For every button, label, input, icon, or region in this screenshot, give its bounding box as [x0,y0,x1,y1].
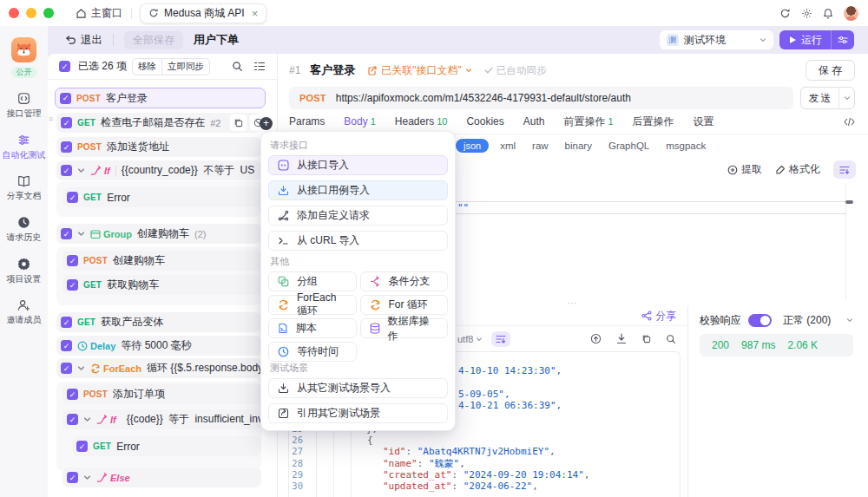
export-icon[interactable] [590,333,602,344]
run-options-button[interactable] [832,35,854,45]
test-step[interactable]: ✓ForEach循环 {{$.5.response.body.variants[… [56,358,261,378]
apifox-logo[interactable] [11,37,36,62]
step-checkbox[interactable]: ✓ [61,141,72,153]
save-button[interactable]: 保存 [806,60,855,81]
step-checkbox[interactable]: ✓ [61,363,72,374]
sidebar-item-request-history[interactable]: 请求历史 [3,216,46,244]
menu-item[interactable]: 等待时间 [268,342,357,362]
body-type-raw[interactable]: raw [532,141,549,151]
save-all-button[interactable]: 全部保存 [124,31,183,49]
test-step[interactable]: ✓GET检查电子邮箱是否存在#2 [56,113,261,133]
code-view-icon[interactable] [844,117,855,127]
select-all-checkbox[interactable]: ✓ [59,61,70,72]
minimize-window-button[interactable] [26,8,36,18]
chevron-down-icon[interactable] [846,317,853,324]
menu-item[interactable]: 分组 [268,271,357,291]
sidebar-item-share-docs[interactable]: 分享文档 [3,175,46,202]
menu-item[interactable]: 数据库操作 [360,318,449,338]
sync-icon[interactable] [779,8,791,19]
chevron-down-icon[interactable] [77,230,85,238]
notifications-icon[interactable] [823,8,833,19]
menu-item[interactable]: For 循环 [360,295,449,315]
step-checkbox[interactable]: ✓ [61,228,72,239]
chevron-down-icon[interactable] [77,364,85,372]
environment-select[interactable]: 测 测试环境 [660,30,773,49]
zoom-window-button[interactable] [43,8,54,18]
step-checkbox[interactable]: ✓ [67,255,78,266]
test-step[interactable]: ✓POST创建购物车 [62,251,261,271]
close-tab-icon[interactable]: × [252,8,259,19]
test-step[interactable]: ✓POST客户登录 [55,88,266,108]
test-step[interactable]: ✓Group创建购物车(2) [56,224,261,244]
download-icon[interactable] [616,333,627,344]
menu-item[interactable]: 从其它测试场景导入 [268,378,448,398]
test-step[interactable]: ✓POST添加订单项 [62,384,261,404]
body-type-GraphQL[interactable]: GraphQL [608,141,649,151]
step-checkbox[interactable]: ✓ [67,414,78,425]
menu-item[interactable]: 条件分支 [360,271,449,291]
tab-前置操作[interactable]: 前置操作1 [563,109,613,134]
test-step[interactable]: ✓GET获取产品变体 [56,312,261,332]
settings-icon[interactable] [801,8,812,19]
avatar[interactable] [844,6,858,21]
tab-后置操作[interactable]: 后置操作 [633,109,674,134]
test-step[interactable]: ✓If{{code}} 等于 insufficient_invento [62,409,261,429]
search-icon[interactable] [232,61,243,72]
tab-Headers[interactable]: Headers10 [395,109,448,134]
step-checkbox[interactable]: ✓ [61,317,72,328]
linked-doc-link[interactable]: 已关联"接口文档" [367,63,472,78]
step-checkbox[interactable]: ✓ [61,117,72,128]
sync-now-button[interactable]: 立即同步 [162,61,209,73]
chevron-down-icon[interactable] [77,167,85,174]
sidebar-item-project-settings[interactable]: 项目设置 [3,258,46,285]
close-window-button[interactable] [9,8,19,18]
response-format-button[interactable] [491,331,510,347]
editor-scrollbar-thumb[interactable] [845,200,853,204]
chevron-down-icon[interactable] [83,415,91,423]
send-options-icon[interactable] [839,88,854,108]
share-button[interactable]: 分享 [641,309,676,324]
run-button[interactable]: 运行 [779,30,854,49]
project-tab[interactable]: Medusa 商城 API × [140,3,266,23]
tab-Cookies[interactable]: Cookies [466,109,503,134]
sidebar-item-api-management[interactable]: 接口管理 [3,92,46,120]
test-step[interactable]: ✓POST添加送货地址 [56,137,261,157]
main-window-tab[interactable]: 主窗口 [76,6,122,21]
step-checkbox[interactable]: ✓ [67,279,78,291]
url-input[interactable]: POST https://apifoxmock.com/m1/4532246-4… [289,87,793,109]
body-type-xml[interactable]: xml [500,141,516,151]
body-type-binary[interactable]: binary [565,141,592,151]
tab-Auth[interactable]: Auth [523,109,545,134]
step-checkbox[interactable]: ✓ [67,389,78,400]
sidebar-item-invite-members[interactable]: 邀请成员 [3,299,46,326]
step-checkbox[interactable]: ✓ [76,441,88,452]
duplicate-step-icon[interactable] [230,114,247,131]
extract-button[interactable]: 提取 [727,162,762,177]
tab-设置[interactable]: 设置 [694,109,714,134]
menu-item[interactable]: 从 cURL 导入 [268,231,448,251]
menu-item[interactable]: 引用其它测试场景 [268,403,448,423]
search-response-icon[interactable] [666,333,676,344]
body-type-msgpack[interactable]: msgpack [666,141,706,151]
encoding-select[interactable]: utf8 [457,334,483,344]
chevron-down-icon[interactable] [83,474,91,481]
format-options-button[interactable] [833,160,856,179]
copy-icon[interactable] [641,333,651,344]
tab-Body[interactable]: Body1 [344,109,375,134]
format-button[interactable]: 格式化 [775,162,820,177]
step-checkbox[interactable]: ✓ [61,165,72,176]
menu-item[interactable]: 脚本 [268,318,357,338]
send-button[interactable]: 发送 [800,87,855,109]
test-step[interactable]: ✓If{{country_code}} 不等于 US [56,160,261,180]
test-step[interactable]: ✓Delay等待 5000 毫秒 [56,336,261,356]
step-checkbox[interactable]: ✓ [67,192,78,203]
menu-item[interactable]: 添加自定义请求 [268,206,448,226]
menu-item[interactable]: 从接口用例导入 [268,180,448,200]
list-settings-icon[interactable] [253,61,266,72]
remove-button[interactable]: 移除 [133,61,161,73]
step-checkbox[interactable]: ✓ [61,340,72,351]
menu-item[interactable]: 从接口导入 [268,155,448,175]
add-step-button[interactable]: + [260,117,273,130]
test-step[interactable]: ✓GETError [72,436,261,456]
test-step[interactable]: ✓Else [62,468,261,487]
